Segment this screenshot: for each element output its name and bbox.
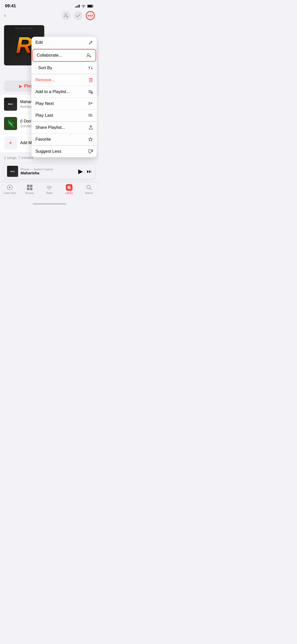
menu-item-sort-by[interactable]: › Sort By xyxy=(31,62,97,74)
now-playing-source: iPhone → System Capture xyxy=(21,168,76,171)
status-bar: 09:41 xyxy=(0,0,99,10)
home-indicator xyxy=(0,199,99,208)
menu-label-play-next: Play Next xyxy=(35,101,54,106)
menu-label-remove: Remove... xyxy=(35,77,55,83)
tab-radio-label: Radio xyxy=(46,192,53,194)
tab-bar: Listen Now Browse Radio Libra xyxy=(0,182,99,199)
radio-icon xyxy=(46,184,53,191)
dropdown-menu: Edit Collaborate... › Sort By xyxy=(31,37,97,157)
menu-item-play-last[interactable]: Play Last xyxy=(31,110,97,122)
collaborate-icon xyxy=(87,53,92,57)
play-triangle-icon: ▶ xyxy=(19,84,22,89)
add-playlist-icon xyxy=(88,90,93,94)
svg-rect-1 xyxy=(88,5,92,7)
now-playing-title: Maharisha xyxy=(21,171,76,175)
now-playing-forward-button[interactable]: ⏭ xyxy=(87,169,92,174)
edit-icon xyxy=(89,41,93,45)
tab-library-label: Library xyxy=(65,192,73,194)
nav-right xyxy=(62,11,95,20)
svg-rect-13 xyxy=(30,188,32,190)
menu-item-collaborate[interactable]: Collaborate... xyxy=(32,49,96,62)
menu-item-add-playlist[interactable]: Add to a Playlist... xyxy=(31,86,97,98)
thumbs-down-icon xyxy=(88,149,93,154)
status-icons xyxy=(75,5,94,8)
menu-label-suggest-less: Suggest Less xyxy=(35,149,61,154)
song-thumbnail: 🦎 xyxy=(4,117,17,130)
add-person-icon xyxy=(64,14,68,18)
song-thumbnail: RGC xyxy=(4,98,17,111)
menu-item-remove[interactable]: Remove... xyxy=(31,74,97,86)
add-person-button[interactable] xyxy=(62,11,71,20)
search-icon xyxy=(86,184,92,191)
menu-label-favorite: Favorite xyxy=(35,137,51,142)
svg-point-4 xyxy=(88,15,89,16)
tab-search-label: Search xyxy=(85,192,93,194)
menu-item-favorite[interactable]: Favorite xyxy=(31,134,97,145)
check-icon xyxy=(76,14,80,17)
now-playing-info: iPhone → System Capture Maharisha xyxy=(21,168,76,175)
more-button[interactable] xyxy=(86,11,95,20)
tab-library[interactable]: Library xyxy=(59,184,79,194)
star-icon xyxy=(88,137,93,142)
svg-point-14 xyxy=(49,189,50,190)
sort-icon xyxy=(88,66,93,70)
svg-point-5 xyxy=(90,15,91,16)
now-playing-play-button[interactable]: ▶ xyxy=(78,168,83,175)
chevron-icon: › xyxy=(35,66,37,70)
more-dots-icon xyxy=(88,15,93,16)
plus-icon: + xyxy=(9,140,12,146)
trash-icon xyxy=(89,78,93,82)
now-playing-bar[interactable]: RGC iPhone → System Capture Maharisha ▶ … xyxy=(4,164,95,179)
check-button[interactable] xyxy=(74,11,83,20)
menu-item-edit[interactable]: Edit xyxy=(31,37,97,49)
share-icon xyxy=(89,125,93,130)
menu-label-play-last: Play Last xyxy=(35,113,53,118)
svg-point-3 xyxy=(65,14,67,16)
play-last-icon xyxy=(88,113,93,117)
svg-rect-11 xyxy=(30,185,32,187)
menu-item-share[interactable]: Share Playlist... xyxy=(31,122,97,134)
svg-point-7 xyxy=(87,54,89,56)
tab-listen-now-label: Listen Now xyxy=(4,192,16,194)
menu-item-play-next[interactable]: Play Next xyxy=(31,98,97,110)
menu-item-suggest-less[interactable]: Suggest Less xyxy=(31,146,97,157)
menu-label-sort: Sort By xyxy=(38,65,52,70)
tab-browse-label: Browse xyxy=(25,192,34,194)
battery-icon xyxy=(87,5,94,8)
svg-rect-2 xyxy=(93,6,94,7)
top-nav: ‹ xyxy=(0,10,99,23)
now-playing-thumb: RGC xyxy=(7,166,18,177)
browse-icon xyxy=(26,184,33,191)
listen-now-icon xyxy=(7,184,13,191)
tab-listen-now[interactable]: Listen Now xyxy=(0,184,20,194)
svg-rect-12 xyxy=(27,188,29,190)
menu-label-add-playlist: Add to a Playlist... xyxy=(35,89,70,94)
wifi-icon xyxy=(81,5,86,8)
home-bar xyxy=(33,203,66,205)
menu-label-share: Share Playlist... xyxy=(35,125,65,130)
signal-icon xyxy=(75,5,80,8)
tab-radio[interactable]: Radio xyxy=(39,184,59,194)
play-next-icon xyxy=(88,102,93,106)
add-button[interactable]: + xyxy=(4,136,17,149)
svg-rect-10 xyxy=(27,185,29,187)
back-button[interactable]: ‹ xyxy=(4,12,6,19)
menu-label-collaborate: Collaborate... xyxy=(37,53,62,58)
status-time: 09:41 xyxy=(5,4,16,9)
menu-label-edit: Edit xyxy=(35,40,43,45)
main-content: RETRIBUTION R GADGET HACKS ▶ Play RGC Ma xyxy=(0,23,99,162)
library-icon xyxy=(66,184,72,191)
tab-browse[interactable]: Browse xyxy=(20,184,40,194)
tab-search[interactable]: Search xyxy=(79,184,99,194)
svg-point-6 xyxy=(92,15,93,16)
now-playing-controls: ▶ ⏭ xyxy=(78,168,92,175)
